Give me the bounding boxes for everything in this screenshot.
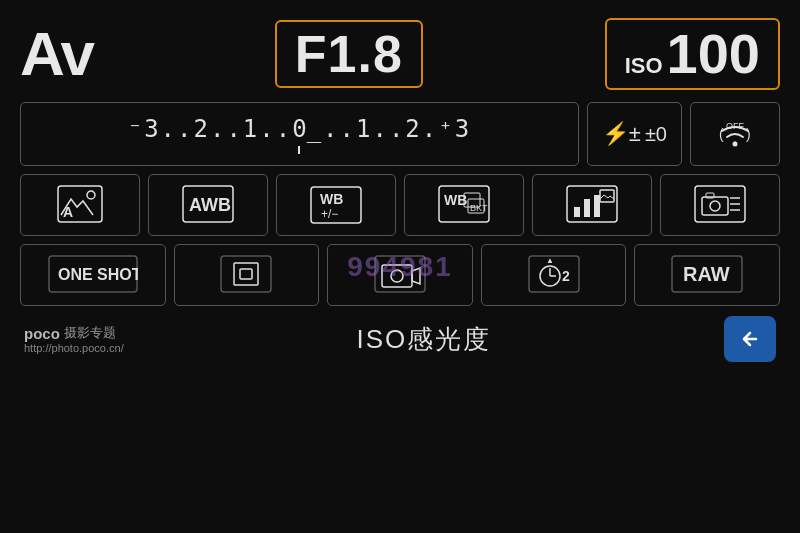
svg-rect-32 <box>234 263 258 285</box>
svg-text:▲: ▲ <box>546 256 554 265</box>
poco-logo: poco <box>24 325 60 342</box>
awb-icon: AWB <box>182 185 234 226</box>
flash-value: ±0 <box>645 123 667 146</box>
svg-rect-35 <box>382 265 412 287</box>
wifi-icon: OFF ( ) <box>717 117 753 151</box>
raw-label: RAW <box>671 255 743 296</box>
wb-adj-icon: WB +/− <box>310 186 362 224</box>
mode-label: Av <box>20 23 93 85</box>
svg-text:A: A <box>63 204 73 220</box>
svg-rect-31 <box>221 256 271 292</box>
flash-icon: ⚡± <box>602 121 641 147</box>
svg-point-5 <box>87 191 95 199</box>
svg-text:+/−: +/− <box>321 207 338 221</box>
top-row: Av F1.8 ISO 100 <box>20 18 780 90</box>
af-mode-box[interactable]: ONE SHOT <box>20 244 166 306</box>
wb-adjustment-box[interactable]: WB +/− <box>276 174 396 236</box>
svg-text:WB: WB <box>320 191 343 207</box>
aperture-box[interactable]: F1.8 <box>275 20 423 88</box>
svg-point-36 <box>391 270 403 282</box>
self-timer-box[interactable]: ▲ 2 <box>481 244 627 306</box>
svg-text:OFF: OFF <box>726 121 744 131</box>
svg-rect-19 <box>584 199 590 217</box>
exposure-scale-box[interactable]: ⁻3..2..1..0̲..1..2.⁺3 <box>20 102 579 166</box>
live-view-box[interactable] <box>327 244 473 306</box>
wb-shift-box[interactable]: WB BKT <box>404 174 524 236</box>
white-balance-box[interactable]: AWB <box>148 174 268 236</box>
footer: poco 摄影专题 http://photo.poco.cn/ ISO感光度 <box>20 316 780 362</box>
svg-point-24 <box>710 201 720 211</box>
settings-row: A AWB WB +/− <box>20 174 780 236</box>
svg-rect-23 <box>702 197 728 215</box>
svg-point-0 <box>733 142 738 147</box>
exposure-scale-text: ⁻3..2..1..0̲..1..2.⁺3 <box>128 115 471 143</box>
svg-rect-18 <box>574 207 580 217</box>
iso-prefix: ISO <box>625 53 663 79</box>
camera-settings-icon <box>694 185 746 226</box>
bottom-row: ONE SHOT <box>20 244 780 306</box>
svg-text:ONE SHOT: ONE SHOT <box>58 266 138 283</box>
picture-style-box[interactable] <box>532 174 652 236</box>
wifi-box[interactable]: OFF ( ) <box>690 102 780 166</box>
svg-text:RAW: RAW <box>683 263 730 285</box>
poco-branding: poco 摄影专题 http://photo.poco.cn/ <box>24 324 124 354</box>
svg-text:AWB: AWB <box>189 195 231 215</box>
svg-rect-21 <box>600 190 614 202</box>
back-arrow-icon <box>736 325 764 353</box>
exposure-marker <box>298 146 300 154</box>
af-select-box[interactable] <box>174 244 320 306</box>
scene-mode-box[interactable]: A <box>20 174 140 236</box>
af-select-icon <box>220 255 272 296</box>
af-mode-label: ONE SHOT <box>48 255 138 296</box>
svg-text:BKT: BKT <box>470 203 488 213</box>
svg-text:(: ( <box>719 126 724 142</box>
svg-text:2: 2 <box>562 268 570 284</box>
poco-url: http://photo.poco.cn/ <box>24 342 124 354</box>
iso-box[interactable]: ISO 100 <box>605 18 780 90</box>
svg-text:): ) <box>746 126 751 142</box>
picture-style-icon <box>566 185 618 226</box>
iso-footer-label: ISO感光度 <box>356 322 491 357</box>
flash-compensation-box[interactable]: ⚡± ±0 <box>587 102 682 166</box>
svg-rect-33 <box>240 269 252 279</box>
svg-rect-20 <box>594 195 600 217</box>
scene-icon: A <box>57 185 103 226</box>
wb-shift-icon: WB BKT <box>438 185 490 226</box>
exposure-row: ⁻3..2..1..0̲..1..2.⁺3 ⚡± ±0 OFF ( ) <box>20 102 780 166</box>
self-timer-icon: ▲ 2 <box>528 255 580 296</box>
svg-rect-37 <box>529 256 579 292</box>
iso-value: 100 <box>667 26 760 82</box>
camera-screen: 994981 Av F1.8 ISO 100 ⁻3..2..1..0̲..1..… <box>0 0 800 533</box>
live-view-icon <box>374 255 426 296</box>
camera-settings-box[interactable] <box>660 174 780 236</box>
image-quality-box[interactable]: RAW <box>634 244 780 306</box>
poco-subtitle: 摄影专题 <box>64 324 116 342</box>
back-button[interactable] <box>724 316 776 362</box>
